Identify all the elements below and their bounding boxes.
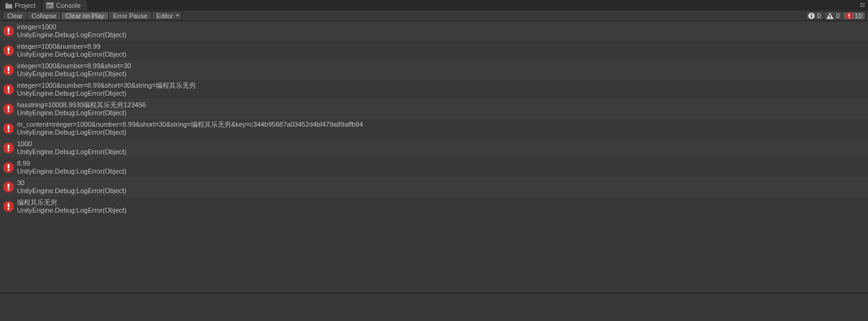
log-text: integer=1000UnityEngine.Debug:LogError(O… (17, 23, 127, 39)
error-icon (2, 200, 15, 213)
clear-button[interactable]: Clear (2, 11, 27, 20)
error-counter[interactable]: 10 (842, 11, 866, 20)
svg-rect-24 (8, 125, 10, 129)
window-menu-icon[interactable] (858, 1, 867, 9)
log-text: 1000UnityEngine.Debug:LogError(Object) (17, 140, 127, 156)
error-icon (2, 44, 15, 57)
tab-project[interactable]: Project (1, 0, 41, 10)
tab-label: Project (15, 2, 35, 9)
svg-point-25 (8, 130, 10, 132)
tab-bar: Project Console (0, 0, 868, 10)
log-stack: UnityEngine.Debug:LogError(Object) (17, 168, 127, 175)
svg-point-23 (8, 111, 10, 113)
log-message: integer=1000&number=8.99&short=30 (17, 62, 131, 70)
log-row[interactable]: integer=1000&number=8.99UnityEngine.Debu… (0, 41, 868, 60)
svg-rect-14 (8, 27, 10, 32)
svg-rect-18 (8, 66, 10, 71)
log-stack: UnityEngine.Debug:LogError(Object) (17, 206, 127, 214)
log-text: integer=1000&number=8.99UnityEngine.Debu… (17, 43, 127, 58)
info-icon (808, 12, 816, 19)
editor-dropdown[interactable]: Editor (151, 11, 182, 20)
log-text: integer=1000&number=8.99&short=30&string… (17, 82, 196, 97)
error-icon (845, 12, 853, 19)
log-stack: UnityEngine.Debug:LogError(Object) (17, 129, 363, 136)
log-detail-pane[interactable] (0, 293, 868, 321)
log-message: integer=1000 (17, 23, 127, 31)
svg-rect-6 (860, 6, 865, 7)
log-stack: UnityEngine.Debug:LogError(Object) (17, 51, 127, 58)
warn-counter[interactable]: 0 (824, 11, 843, 20)
log-text: integer=1000&number=8.99&short=30UnityEn… (17, 62, 131, 78)
console-toolbar: Clear Collapse Clear on Play Error Pause… (0, 10, 868, 21)
log-message: integer=1000&number=8.99 (17, 43, 127, 51)
log-text: 30UnityEngine.Debug:LogError(Object) (17, 179, 127, 195)
log-row[interactable]: hasstring=10008.9930编程其乐无穷123456UnityEng… (0, 99, 868, 119)
log-stack: UnityEngine.Debug:LogError(Object) (17, 31, 127, 39)
folder-icon (5, 2, 12, 9)
svg-point-15 (8, 33, 10, 35)
log-stack: UnityEngine.Debug:LogError(Object) (17, 70, 131, 78)
svg-point-8 (811, 13, 812, 15)
log-row[interactable]: 1000UnityEngine.Debug:LogError(Object) (0, 138, 868, 158)
svg-rect-20 (8, 86, 10, 90)
info-count: 0 (818, 12, 821, 19)
svg-rect-5 (860, 5, 865, 5)
svg-point-33 (8, 208, 10, 210)
svg-rect-1 (46, 2, 54, 4)
svg-rect-12 (849, 13, 850, 16)
error-pause-button[interactable]: Error Pause (108, 11, 152, 20)
error-icon (2, 83, 15, 96)
error-icon (2, 161, 15, 174)
error-icon (2, 64, 15, 76)
info-counter[interactable]: 0 (805, 11, 825, 20)
svg-point-21 (8, 91, 10, 93)
warn-count: 0 (836, 12, 839, 19)
svg-rect-11 (830, 18, 831, 19)
log-row[interactable]: 30UnityEngine.Debug:LogError(Object) (0, 177, 868, 197)
svg-rect-28 (8, 164, 10, 168)
svg-rect-2 (47, 5, 51, 5)
error-icon (2, 25, 15, 37)
log-stack: UnityEngine.Debug:LogError(Object) (17, 148, 127, 156)
svg-rect-22 (8, 105, 10, 110)
collapse-button[interactable]: Collapse (27, 11, 61, 20)
log-stack: UnityEngine.Debug:LogError(Object) (17, 109, 146, 117)
log-text: 编程其乐无穷UnityEngine.Debug:LogError(Object) (17, 199, 127, 214)
svg-point-17 (8, 52, 10, 54)
log-row[interactable]: integer=1000&number=8.99&short=30&string… (0, 80, 868, 99)
svg-point-27 (8, 150, 10, 152)
log-text: m_content=integer=1000&number=8.99&short… (17, 121, 363, 136)
svg-rect-10 (830, 15, 831, 17)
svg-point-13 (849, 16, 850, 18)
error-icon (2, 103, 15, 115)
log-stack: UnityEngine.Debug:LogError(Object) (17, 187, 127, 195)
tab-console[interactable]: Console (43, 0, 86, 10)
svg-rect-9 (811, 15, 812, 18)
svg-rect-4 (860, 3, 865, 4)
log-row[interactable]: integer=1000UnityEngine.Debug:LogError(O… (0, 21, 868, 41)
svg-rect-16 (8, 47, 10, 51)
log-message: 编程其乐无穷 (17, 199, 127, 206)
log-message: m_content=integer=1000&number=8.99&short… (17, 121, 363, 129)
log-text: hasstring=10008.9930编程其乐无穷123456UnityEng… (17, 101, 146, 117)
log-row[interactable]: 8.99UnityEngine.Debug:LogError(Object) (0, 158, 868, 177)
log-message: 30 (17, 179, 127, 187)
log-message: hasstring=10008.9930编程其乐无穷123456 (17, 101, 146, 109)
log-message: 1000 (17, 140, 127, 148)
log-list[interactable]: integer=1000UnityEngine.Debug:LogError(O… (0, 21, 868, 293)
clear-on-play-button[interactable]: Clear on Play (61, 11, 109, 20)
svg-point-19 (8, 72, 10, 74)
error-icon (2, 142, 15, 154)
log-row[interactable]: integer=1000&number=8.99&short=30UnityEn… (0, 60, 868, 80)
log-message: 8.99 (17, 160, 127, 168)
log-row[interactable]: 编程其乐无穷UnityEngine.Debug:LogError(Object) (0, 197, 868, 216)
error-icon (2, 181, 15, 193)
log-row[interactable]: m_content=integer=1000&number=8.99&short… (0, 119, 868, 138)
svg-rect-26 (8, 144, 10, 149)
svg-rect-32 (8, 203, 10, 207)
svg-point-29 (8, 169, 10, 171)
error-count: 10 (855, 12, 862, 19)
tab-label: Console (56, 2, 80, 9)
svg-rect-30 (8, 183, 10, 188)
console-icon (46, 2, 54, 9)
